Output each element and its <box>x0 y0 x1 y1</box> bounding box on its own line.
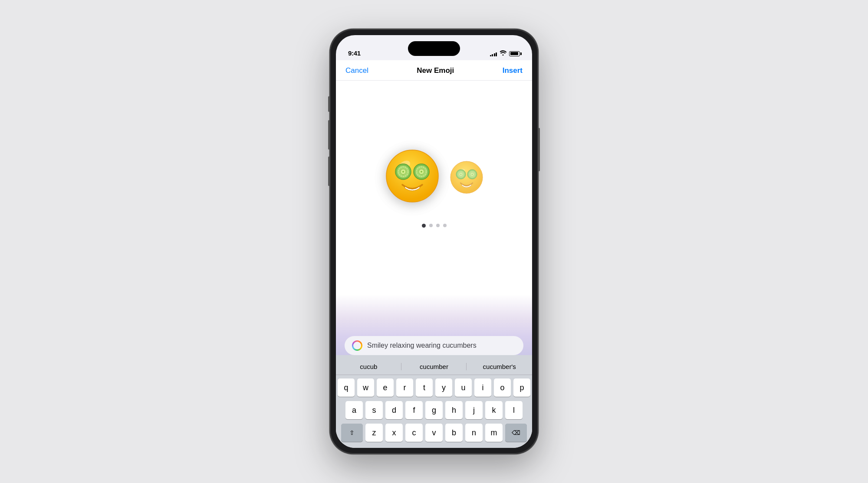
key-g[interactable]: g <box>425 401 443 419</box>
key-z[interactable]: z <box>365 424 383 442</box>
svg-point-14 <box>421 171 422 173</box>
delete-key[interactable]: ⌫ <box>505 424 527 442</box>
emoji-carousel <box>384 148 484 212</box>
secondary-emoji[interactable] <box>449 160 484 199</box>
autocomplete-cucumber[interactable]: cucumber <box>401 361 467 372</box>
apple-intelligence-icon <box>352 340 362 351</box>
autocomplete-cucub[interactable]: cucub <box>336 361 401 372</box>
nav-bar: Cancel New Emoji Insert <box>336 60 532 81</box>
volume-down-button[interactable] <box>328 157 330 186</box>
modal-content: Cancel New Emoji Insert <box>336 60 532 448</box>
key-w[interactable]: w <box>357 379 374 397</box>
key-t[interactable]: t <box>416 379 433 397</box>
key-x[interactable]: x <box>385 424 403 442</box>
dynamic-island <box>408 41 460 56</box>
shift-key[interactable]: ⇧ <box>341 424 363 442</box>
signal-bar-2 <box>492 54 493 56</box>
dot-3[interactable] <box>436 224 440 227</box>
volume-up-button[interactable] <box>328 120 330 150</box>
svg-point-17 <box>421 174 422 175</box>
key-o[interactable]: o <box>494 379 511 397</box>
power-button[interactable] <box>538 128 540 171</box>
dot-2[interactable] <box>429 224 433 227</box>
battery-icon <box>509 51 520 56</box>
wifi-icon <box>500 50 506 57</box>
nav-title: New Emoji <box>417 66 454 75</box>
key-i[interactable]: i <box>474 379 491 397</box>
status-time: 9:41 <box>348 49 361 57</box>
signal-bar-1 <box>490 55 491 56</box>
key-row-3: ⇧ z x c v b n m ⌫ <box>338 424 530 442</box>
key-d[interactable]: d <box>385 401 403 419</box>
key-m[interactable]: m <box>485 424 503 442</box>
key-c[interactable]: c <box>405 424 423 442</box>
emoji-preview-area <box>336 81 532 294</box>
battery-fill <box>510 52 518 55</box>
cancel-button[interactable]: Cancel <box>345 66 368 75</box>
search-input-field[interactable]: Smiley relaxing wearing cucumbers <box>345 336 523 355</box>
key-r[interactable]: r <box>396 379 413 397</box>
key-v[interactable]: v <box>425 424 443 442</box>
key-y[interactable]: y <box>435 379 452 397</box>
key-f[interactable]: f <box>405 401 423 419</box>
keyboard-rows: q w e r t y u i o p a s <box>336 375 532 448</box>
main-emoji[interactable] <box>384 148 441 212</box>
svg-point-24 <box>460 173 462 175</box>
phone-screen: 9:41 <box>336 35 532 448</box>
key-q[interactable]: q <box>338 379 355 397</box>
key-row-1: q w e r t y u i o p <box>338 379 530 397</box>
status-icons <box>490 50 520 57</box>
svg-point-28 <box>472 173 473 175</box>
search-text: Smiley relaxing wearing cucumbers <box>367 342 516 349</box>
key-l[interactable]: l <box>505 401 523 419</box>
autocomplete-row: cucub cucumber cucumber's <box>336 359 532 375</box>
dot-4[interactable] <box>443 224 447 227</box>
phone-wrapper: 9:41 <box>330 29 538 454</box>
key-b[interactable]: b <box>445 424 463 442</box>
svg-point-9 <box>402 174 404 175</box>
ai-icon-wrapper <box>352 340 363 351</box>
key-j[interactable]: j <box>465 401 483 419</box>
carousel-dots <box>422 224 447 228</box>
search-container: Smiley relaxing wearing cucumbers <box>345 336 523 355</box>
key-u[interactable]: u <box>455 379 472 397</box>
gradient-area: Smiley relaxing wearing cucumbers <box>336 294 532 355</box>
signal-icon <box>490 51 497 56</box>
signal-bar-4 <box>496 52 497 56</box>
autocomplete-cucumbers[interactable]: cucumber's <box>467 361 532 372</box>
svg-point-6 <box>402 171 404 173</box>
keyboard-area: cucub cucumber cucumber's q w e <box>336 355 532 448</box>
key-p[interactable]: p <box>513 379 530 397</box>
key-k[interactable]: k <box>485 401 503 419</box>
dot-1[interactable] <box>422 224 426 228</box>
mute-button[interactable] <box>328 96 330 112</box>
key-h[interactable]: h <box>445 401 463 419</box>
signal-bar-3 <box>494 53 495 56</box>
key-row-2: a s d f g h j k l <box>338 401 530 419</box>
key-a[interactable]: a <box>345 401 363 419</box>
key-s[interactable]: s <box>365 401 383 419</box>
svg-point-19 <box>450 161 483 193</box>
insert-button[interactable]: Insert <box>503 66 523 75</box>
key-e[interactable]: e <box>377 379 394 397</box>
key-n[interactable]: n <box>465 424 483 442</box>
svg-point-0 <box>386 150 438 202</box>
